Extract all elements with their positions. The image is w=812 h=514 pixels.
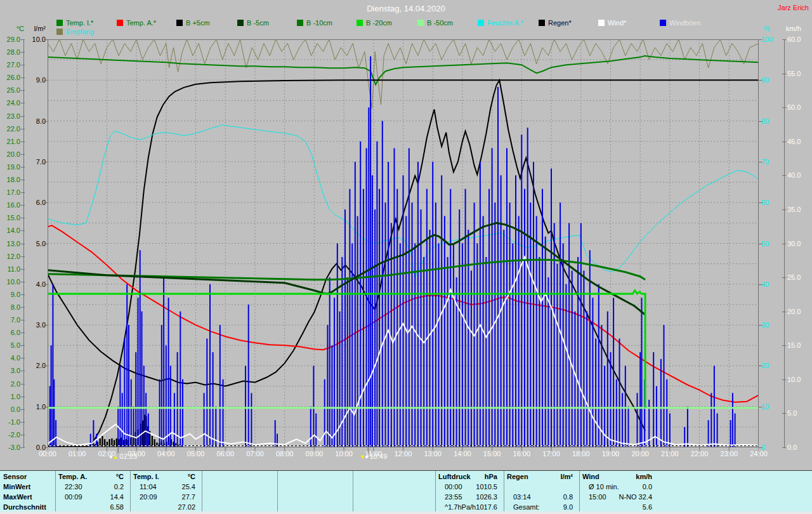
bar-regen [156,442,157,447]
legend-swatch-temp-i [56,20,63,26]
axis-celsius-tick [21,345,25,346]
moon-marker-time: 02:23 [120,452,138,460]
axis-celsius-tick [21,435,25,435]
axis-percent-tick [759,80,763,81]
table-row-label: Durchschnitt [3,503,46,512]
legend-swatch-b-m5 [237,20,244,26]
axis-celsius-tick [21,103,25,103]
time-label: 04:00 [152,450,180,458]
axis-celsius-tick [21,256,25,257]
time-label: 13:00 [419,450,447,458]
table-cell-value: 27.7 [131,492,195,502]
table-cell-value: 14.4 [56,492,124,502]
legend-swatch-regen [539,20,545,26]
axis-celsius-label: 27.0 [0,61,20,69]
legend-label-wind: Wind* [608,19,626,27]
axis-percent-tick [759,39,763,40]
bar-regen [114,440,115,447]
table-cell-value: 6.58 [56,503,124,512]
time-label: 19:00 [596,450,624,458]
legend-swatch-windboeen [660,20,666,26]
axis-lm2-label: 10.0 [27,36,46,43]
legend-swatch-b-p5 [176,20,183,26]
time-label: 14:00 [449,450,476,458]
axis-kmh-label: 30.0 [787,240,801,247]
table-cell-value [504,482,573,492]
bar-regen [107,442,108,447]
axis-celsius-tick [21,180,25,180]
time-label: 12:00 [390,450,417,458]
axis-celsius-tick [21,384,25,385]
axis-percent-tick [759,325,763,326]
axis-celsius-label: -2.0 [0,431,20,438]
axis-celsius-tick [21,116,25,117]
axis-lm2-label: 2.0 [27,362,46,369]
axis-celsius-label: 7.0 [0,316,20,324]
legend-swatch-empfang [56,29,63,35]
axis-celsius-label: 8.0 [0,303,20,311]
axis-celsius-tick [21,397,25,397]
axis-celsius-label: 26.0 [0,74,20,81]
legend-swatch-temp-a [117,20,123,26]
axis-celsius-tick [21,333,25,333]
weather-station-window: Dienstag, 14.04.2020 Jarz Erich °C l/m² … [0,0,812,514]
axis-celsius-label: 29.0 [0,36,20,43]
axis-celsius-label: 9.0 [0,291,20,298]
time-label: 15:00 [478,450,506,458]
axis-celsius-tick [21,358,25,359]
axis-percent-label: 100 [761,36,773,43]
unit-kmh-label: km/h [786,25,801,32]
legend-label-windboeen: Windböen [669,19,701,27]
axis-celsius-label: 21.0 [0,138,20,145]
axis-celsius-tick [21,218,25,218]
legend-swatch-b-m20 [357,20,363,26]
axis-celsius-tick [21,371,25,371]
time-label: 21:00 [656,450,684,458]
axis-kmh-label: 35.0 [787,206,801,213]
time-label: 22:00 [686,450,714,458]
axis-percent-tick [759,244,763,244]
axis-celsius-label: 17.0 [0,188,20,196]
arrow-down-icon: ▼ [359,454,365,460]
axis-kmh-label: 25.0 [787,273,801,281]
time-label: 08:00 [271,450,299,458]
bar-regen [154,439,155,447]
moon-marker: ▼●10:49 [359,452,387,462]
kmh-axis-line [784,39,785,448]
axis-celsius-tick [21,142,25,142]
time-label: 00:00 [34,450,62,458]
legend-swatch-b-m10 [297,20,303,26]
legend-label-b-m50: B -50cm [427,19,453,27]
axis-celsius-label: 16.0 [0,201,20,209]
arrow-up-icon: ▲ [113,454,119,460]
moon-marker-time: 10:49 [370,452,388,460]
axis-celsius-tick [21,52,25,53]
axis-celsius-tick [21,307,25,308]
legend-label-regen: Regen* [548,19,572,27]
legend-label-temp-a: Temp. A.* [126,19,156,27]
axis-celsius-tick [21,409,25,410]
moon-marker: ●▲02:23 [109,452,137,462]
axis-kmh-label: 10.0 [787,376,801,383]
table-col-unit: °C [131,472,195,482]
axis-celsius-tick [21,282,25,282]
time-label: 24:00 [745,450,773,458]
axis-celsius-label: 20.0 [0,150,20,158]
axis-celsius-label: 23.0 [0,112,20,120]
axis-kmh-label: 0.0 [787,444,797,451]
axis-celsius-tick [21,447,25,448]
time-label: 17:00 [537,450,565,458]
axis-celsius-tick [21,129,25,129]
axis-celsius-label: 22.0 [0,125,20,133]
unit-celsius-label: °C [8,25,24,32]
legend-swatch-wind [598,20,605,26]
axis-kmh-label: 55.0 [787,70,801,77]
axis-celsius-label: 24.0 [0,99,20,107]
series-b_m5 [48,223,645,315]
axis-celsius-label: 11.0 [0,265,20,273]
table-cell-value: 1017.6 [436,503,497,512]
axis-celsius-label: -1.0 [0,418,20,426]
table-separator [277,471,278,511]
axis-lm2-label: 3.0 [27,321,46,329]
table-row-label: MaxWert [3,492,32,502]
